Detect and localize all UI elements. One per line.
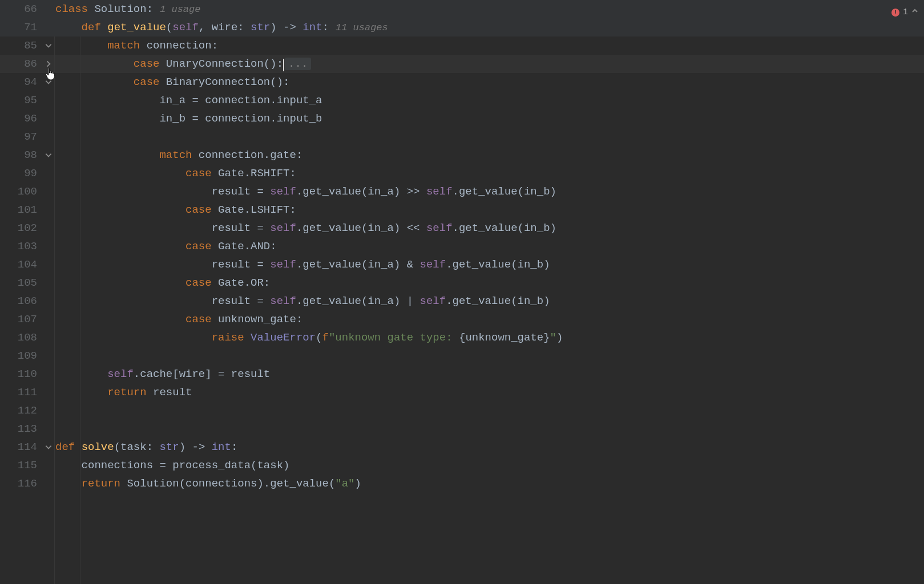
line-number: 86 — [11, 55, 43, 73]
code-content[interactable]: return result — [54, 383, 192, 402]
gutter[interactable]: 97 — [0, 128, 54, 146]
gutter[interactable]: 116 — [0, 474, 54, 493]
code-line[interactable]: 99 case Gate.RSHIFT: — [0, 164, 924, 182]
fold-toggle[interactable] — [43, 151, 54, 159]
code-line[interactable]: 116 return Solution(connections).get_val… — [0, 474, 924, 493]
gutter[interactable]: 108 — [0, 328, 54, 347]
error-icon: ! — [891, 9, 899, 17]
code-line[interactable]: 107 case unknown_gate: — [0, 310, 924, 328]
code-line[interactable]: 110 self.cache[wire] = result — [0, 365, 924, 383]
code-line[interactable]: 109 — [0, 347, 924, 365]
line-number: 102 — [11, 219, 43, 237]
code-content[interactable]: case UnaryConnection():... — [54, 55, 311, 73]
gutter[interactable]: 114 — [0, 438, 54, 456]
chevron-up-icon[interactable] — [911, 3, 918, 22]
gutter[interactable]: 105 — [0, 274, 54, 292]
code-line[interactable]: 97 — [0, 128, 924, 146]
code-line[interactable]: 108 raise ValueError(f"unknown gate type… — [0, 328, 924, 347]
code-content[interactable]: in_a = connection.input_a — [54, 91, 322, 110]
line-number: 109 — [11, 347, 43, 365]
code-editor[interactable]: 66class Solution:1 usage71 def get_value… — [0, 0, 924, 584]
code-line[interactable]: 113 — [0, 420, 924, 438]
gutter[interactable]: 104 — [0, 256, 54, 274]
code-content[interactable]: match connection: — [54, 36, 218, 55]
inlay-hint[interactable]: 11 usages — [329, 22, 388, 33]
text-caret — [283, 59, 284, 71]
gutter[interactable]: 100 — [0, 182, 54, 201]
code-line[interactable]: 66class Solution:1 usage — [0, 0, 924, 18]
gutter[interactable]: 94 — [0, 73, 54, 91]
gutter[interactable]: 99 — [0, 164, 54, 182]
fold-toggle[interactable] — [43, 60, 54, 68]
code-content[interactable]: case unknown_gate: — [54, 310, 302, 328]
line-number: 100 — [11, 182, 43, 201]
code-content[interactable]: result = self.get_value(in_a) << self.ge… — [54, 219, 556, 237]
fold-toggle[interactable] — [43, 78, 54, 86]
code-line[interactable]: 112 — [0, 402, 924, 420]
code-content[interactable]: connections = process_data(task) — [54, 456, 289, 474]
gutter[interactable]: 102 — [0, 219, 54, 237]
gutter[interactable]: 107 — [0, 310, 54, 328]
gutter[interactable]: 111 — [0, 383, 54, 402]
code-content[interactable]: result = self.get_value(in_a) >> self.ge… — [54, 182, 556, 201]
code-line[interactable]: 98 match connection.gate: — [0, 146, 924, 164]
gutter[interactable]: 85 — [0, 36, 54, 55]
code-content[interactable]: in_b = connection.input_b — [54, 110, 322, 128]
line-number: 108 — [11, 328, 43, 347]
gutter[interactable]: 95 — [0, 91, 54, 110]
line-number: 107 — [11, 310, 43, 328]
code-content[interactable]: return Solution(connections).get_value("… — [54, 474, 361, 493]
gutter[interactable]: 109 — [0, 347, 54, 365]
code-content[interactable]: result = self.get_value(in_a) | self.get… — [54, 292, 550, 310]
line-number: 97 — [11, 128, 43, 146]
code-content[interactable]: result = self.get_value(in_a) & self.get… — [54, 256, 550, 274]
line-number: 99 — [11, 164, 43, 182]
code-line[interactable]: 104 result = self.get_value(in_a) & self… — [0, 256, 924, 274]
code-content[interactable]: case Gate.AND: — [54, 237, 277, 256]
gutter[interactable]: 110 — [0, 365, 54, 383]
gutter[interactable]: 115 — [0, 456, 54, 474]
code-content[interactable]: case Gate.OR: — [54, 274, 270, 292]
fold-toggle[interactable] — [43, 42, 54, 50]
gutter[interactable]: 113 — [0, 420, 54, 438]
gutter[interactable]: 96 — [0, 110, 54, 128]
code-line[interactable]: 96 in_b = connection.input_b — [0, 110, 924, 128]
code-content[interactable]: raise ValueError(f"unknown gate type: {u… — [54, 328, 563, 347]
code-content[interactable]: case Gate.RSHIFT: — [54, 164, 296, 182]
gutter[interactable]: 103 — [0, 237, 54, 256]
gutter[interactable]: 106 — [0, 292, 54, 310]
gutter[interactable]: 71 — [0, 18, 54, 36]
code-content[interactable]: case Gate.LSHIFT: — [54, 201, 296, 219]
problems-widget[interactable]: ! 1 — [891, 3, 918, 22]
code-line[interactable]: 105 case Gate.OR: — [0, 274, 924, 292]
line-number: 111 — [11, 383, 43, 402]
code-line[interactable]: 115 connections = process_data(task) — [0, 456, 924, 474]
code-content[interactable]: def solve(task: str) -> int: — [54, 438, 237, 456]
fold-placeholder[interactable]: ... — [285, 58, 311, 70]
code-content[interactable]: match connection.gate: — [54, 146, 302, 164]
code-line[interactable]: 85 match connection: — [0, 36, 924, 55]
line-number: 95 — [11, 91, 43, 110]
fold-toggle[interactable] — [43, 443, 54, 451]
code-line[interactable]: 111 return result — [0, 383, 924, 402]
gutter[interactable]: 66 — [0, 0, 54, 18]
code-line[interactable]: 86 case UnaryConnection():... — [0, 55, 924, 73]
inlay-hint[interactable]: 1 usage — [153, 4, 200, 15]
code-line[interactable]: 100 result = self.get_value(in_a) >> sel… — [0, 182, 924, 201]
code-line[interactable]: 114def solve(task: str) -> int: — [0, 438, 924, 456]
code-line[interactable]: 94 case BinaryConnection(): — [0, 73, 924, 91]
gutter[interactable]: 86 — [0, 55, 54, 73]
code-line[interactable]: 106 result = self.get_value(in_a) | self… — [0, 292, 924, 310]
code-content[interactable]: class Solution:1 usage — [54, 0, 200, 19]
gutter[interactable]: 101 — [0, 201, 54, 219]
code-line[interactable]: 101 case Gate.LSHIFT: — [0, 201, 924, 219]
code-content[interactable]: case BinaryConnection(): — [54, 73, 289, 91]
code-line[interactable]: 95 in_a = connection.input_a — [0, 91, 924, 110]
code-line[interactable]: 102 result = self.get_value(in_a) << sel… — [0, 219, 924, 237]
code-line[interactable]: 71 def get_value(self, wire: str) -> int… — [0, 18, 924, 36]
code-content[interactable]: self.cache[wire] = result — [54, 365, 270, 383]
code-line[interactable]: 103 case Gate.AND: — [0, 237, 924, 256]
gutter[interactable]: 112 — [0, 402, 54, 420]
code-content[interactable]: def get_value(self, wire: str) -> int:11… — [54, 18, 388, 37]
gutter[interactable]: 98 — [0, 146, 54, 164]
